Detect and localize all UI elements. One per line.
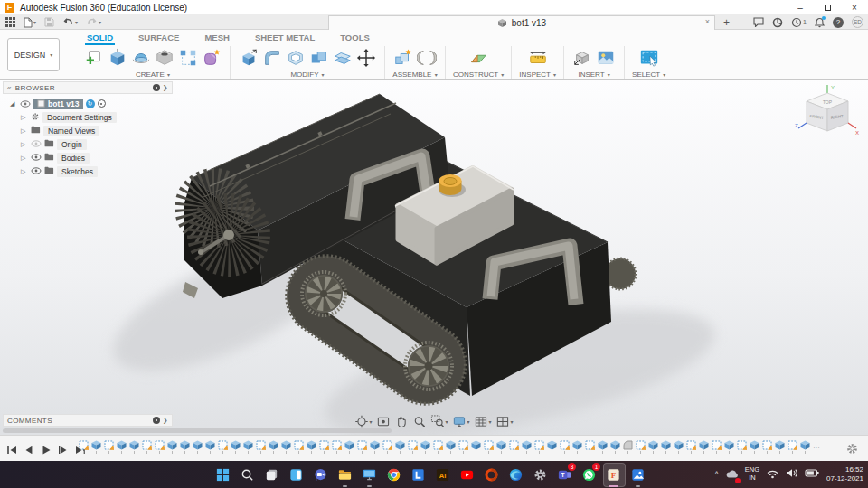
taskbar-settings-icon[interactable] — [528, 461, 552, 488]
construct-plane-icon[interactable] — [467, 47, 489, 69]
joint-icon[interactable] — [416, 47, 438, 69]
collapse-chevrons-icon[interactable]: « — [7, 84, 12, 92]
timeline-feature-sketch-6[interactable] — [142, 440, 152, 454]
timeline-feature-extrude-30[interactable] — [446, 440, 456, 454]
timeline-feature-sketch-20[interactable] — [319, 440, 329, 454]
ribbon-group-label-insert[interactable]: INSERT ▾ — [578, 70, 609, 79]
minimize-button[interactable]: – — [787, 0, 814, 14]
pan-icon[interactable] — [394, 415, 408, 428]
viewports-icon[interactable]: ▾ — [496, 415, 514, 428]
zoom-icon[interactable] — [412, 415, 426, 428]
account-avatar[interactable]: SD — [852, 16, 863, 28]
redo-icon[interactable]: ▾ — [86, 17, 101, 27]
comments-options-icon[interactable] — [153, 417, 160, 424]
timeline-feature-sketch-18[interactable] — [294, 440, 304, 454]
form-icon[interactable] — [201, 47, 222, 69]
view-cube[interactable]: Y TOP FRONT RIGHT Z X — [794, 82, 861, 144]
timeline-feature-extrude-24[interactable] — [370, 440, 380, 454]
taskbar-search-icon[interactable] — [235, 461, 259, 488]
go-to-start-button[interactable] — [6, 443, 17, 459]
taskbar-chat-icon[interactable] — [308, 461, 333, 488]
timeline-feature-extrude-56[interactable] — [775, 440, 785, 454]
language-indicator[interactable]: ENGIN — [745, 466, 760, 482]
workspace-selector[interactable]: DESIGN▾ — [7, 38, 60, 71]
expand-icon[interactable]: ▷ — [21, 141, 28, 148]
viewport-canvas[interactable]: Y TOP FRONT RIGHT Z X « BROWSER ❯ ◢ — [0, 80, 868, 435]
ribbon-tab-surface[interactable]: SURFACE — [137, 30, 181, 45]
display-settings-icon[interactable]: ▾ — [452, 415, 469, 428]
timeline-feature-sketch-53[interactable] — [737, 440, 747, 454]
fit-icon[interactable]: ▾ — [430, 415, 448, 428]
battery-icon[interactable] — [805, 466, 820, 483]
timeline-feature-extrude-47[interactable] — [661, 440, 671, 454]
taskbar-task-view-icon[interactable] — [259, 461, 284, 488]
browser-header[interactable]: « BROWSER ❯ — [3, 81, 173, 94]
help-icon[interactable]: ? — [833, 17, 844, 28]
timeline-feature-fillet-44[interactable] — [623, 440, 633, 454]
tab-close-icon[interactable]: × — [705, 17, 710, 26]
timeline-feature-extrude-2[interactable] — [91, 440, 101, 454]
taskbar-fusion-360-icon[interactable]: F — [601, 461, 626, 488]
expand-icon[interactable]: ◢ — [10, 100, 17, 108]
timeline-feature-extrude-14[interactable] — [243, 440, 253, 454]
expand-icon[interactable]: ▷ — [21, 168, 28, 175]
timeline-feature-extrude-40[interactable] — [572, 440, 582, 454]
tray-overflow-chevron-icon[interactable]: ^ — [715, 470, 719, 479]
taskbar-widgets-icon[interactable] — [284, 461, 308, 488]
taskbar-whatsapp-icon[interactable]: 1 — [577, 461, 601, 488]
comments-header[interactable]: COMMENTS ❯ — [3, 414, 173, 427]
comments-collapse-icon[interactable]: ❯ — [163, 417, 168, 424]
close-button[interactable]: × — [841, 0, 868, 14]
expand-icon[interactable]: ▷ — [21, 114, 28, 121]
extensions-icon[interactable] — [772, 17, 783, 28]
pattern-icon[interactable] — [177, 47, 199, 69]
timeline-feature-sketch-39[interactable] — [560, 440, 570, 454]
onedrive-icon[interactable] — [725, 466, 739, 483]
maximize-button[interactable] — [814, 0, 841, 14]
timeline-feature-extrude-10[interactable] — [193, 440, 203, 454]
timeline-scrollbar[interactable] — [3, 428, 392, 433]
taskbar-file-explorer-icon[interactable] — [333, 461, 357, 488]
ribbon-tab-tools[interactable]: TOOLS — [338, 30, 372, 45]
timeline-feature-extrude-4[interactable] — [117, 440, 127, 454]
timeline-feature-sketch-57[interactable] — [788, 440, 797, 454]
ribbon-group-label-assemble[interactable]: ASSEMBLE ▾ — [392, 70, 437, 79]
select-icon[interactable] — [638, 47, 660, 69]
create-sketch-icon[interactable] — [83, 47, 105, 69]
browser-item-named-views[interactable]: ▷Named Views — [10, 124, 173, 137]
ribbon-group-label-construct[interactable]: CONSTRUCT ▾ — [453, 70, 504, 79]
timeline-feature-sketch-21[interactable] — [332, 440, 342, 454]
timeline-feature-sketch-12[interactable] — [218, 440, 228, 454]
ribbon-tab-sheet-metal[interactable]: SHEET METAL — [253, 30, 316, 45]
hole-icon[interactable] — [154, 47, 175, 69]
timeline-feature-sketch-29[interactable] — [433, 440, 443, 454]
ribbon-tab-mesh[interactable]: MESH — [203, 30, 231, 45]
timeline-feature-sketch-37[interactable] — [534, 440, 544, 454]
timeline-feature-extrude-22[interactable] — [344, 440, 354, 454]
taskbar-chrome-icon[interactable] — [382, 461, 406, 488]
step-back-button[interactable] — [24, 443, 34, 459]
timeline-feature-extrude-5[interactable] — [129, 440, 139, 454]
document-tab[interactable]: bot1 v13 × — [328, 15, 715, 30]
wifi-icon[interactable] — [766, 466, 779, 483]
expand-icon[interactable]: ▷ — [21, 127, 28, 135]
timeline-feature-sketch-45[interactable] — [636, 440, 646, 454]
taskbar-illustrator-icon[interactable]: Ai — [430, 461, 455, 488]
offset-face-icon[interactable] — [332, 47, 354, 69]
file-menu-icon[interactable]: ▾ — [24, 17, 36, 28]
timeline-feature-sketch-7[interactable] — [155, 440, 165, 454]
comment-icon[interactable] — [753, 17, 764, 27]
timeline-feature-sketch-49[interactable] — [686, 440, 696, 454]
panel-collapse-icon[interactable]: ❯ — [163, 84, 168, 91]
taskbar-teams-icon[interactable]: T3 — [552, 461, 577, 488]
look-at-icon[interactable] — [376, 415, 390, 428]
timeline-feature-extrude-32[interactable] — [471, 440, 481, 454]
timeline-feature-extrude-13[interactable] — [231, 440, 241, 454]
timeline-feature-extrude-50[interactable] — [699, 440, 709, 454]
fillet-icon[interactable] — [261, 47, 283, 69]
taskbar-start-icon[interactable] — [211, 461, 235, 488]
browser-root-row[interactable]: ◢ bot1 v13 ↻ — [10, 97, 173, 110]
ribbon-group-label-select[interactable]: SELECT ▾ — [632, 70, 665, 79]
timeline-feature-extrude-11[interactable] — [205, 440, 215, 454]
timeline-feature-sketch-35[interactable] — [509, 440, 519, 454]
